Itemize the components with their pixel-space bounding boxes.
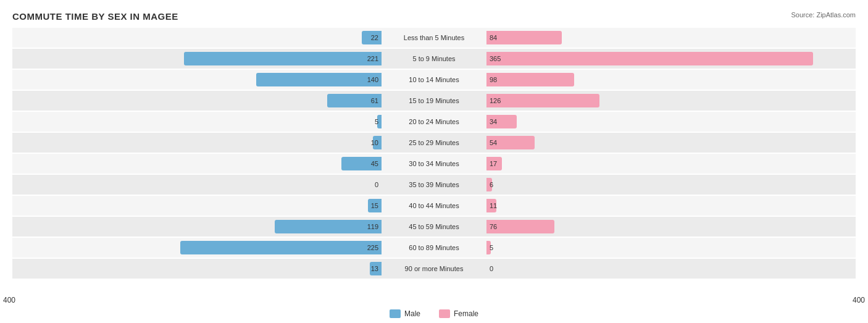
male-bar: [256, 73, 382, 86]
female-value: 34: [490, 118, 497, 125]
row-label: 15 to 19 Minutes: [409, 97, 459, 104]
axis-labels: 400 400: [0, 296, 868, 304]
female-value: 54: [490, 139, 497, 146]
male-value: 45: [371, 160, 378, 167]
legend-male-box: [390, 309, 401, 318]
legend-female: Female: [439, 309, 478, 318]
chart-row: Less than 5 Minutes2284: [12, 28, 856, 48]
female-value: 6: [490, 181, 493, 188]
female-value: 11: [490, 202, 497, 209]
male-value: 119: [367, 223, 378, 230]
legend-female-label: Female: [454, 309, 478, 318]
chart-row: 5 to 9 Minutes221365: [12, 49, 856, 69]
row-label: 45 to 59 Minutes: [409, 223, 459, 230]
row-label: 25 to 29 Minutes: [409, 139, 459, 146]
male-value: 61: [371, 97, 378, 104]
axis-right: 400: [853, 296, 865, 304]
chart-row: 40 to 44 Minutes1511: [12, 196, 856, 216]
legend: Male Female: [0, 309, 868, 318]
male-value: 15: [371, 202, 378, 209]
row-label: 40 to 44 Minutes: [409, 202, 459, 209]
chart-row: 90 or more Minutes130: [12, 259, 856, 279]
chart-row: 10 to 14 Minutes14098: [12, 70, 856, 90]
chart-row: 45 to 59 Minutes11976: [12, 217, 856, 237]
row-label: 60 to 89 Minutes: [409, 244, 459, 251]
row-label: 10 to 14 Minutes: [409, 76, 459, 83]
female-value: 0: [490, 265, 493, 272]
male-value: 225: [367, 244, 378, 251]
chart-row: 60 to 89 Minutes2255: [12, 238, 856, 258]
female-bar: [486, 94, 599, 107]
row-label: 20 to 24 Minutes: [409, 118, 459, 125]
chart-container: COMMUTE TIME BY SEX IN MAGEE Source: Zip…: [0, 0, 868, 323]
chart-row: 20 to 24 Minutes534: [12, 112, 856, 132]
chart-row: 30 to 34 Minutes4517: [12, 154, 856, 174]
male-bar: [275, 220, 382, 233]
female-value: 365: [490, 55, 501, 62]
row-label: Less than 5 Minutes: [404, 34, 464, 41]
male-value: 13: [371, 265, 378, 272]
female-value: 98: [490, 76, 497, 83]
female-value: 76: [490, 223, 497, 230]
male-value: 0: [375, 181, 378, 188]
female-value: 5: [490, 244, 493, 251]
male-value: 22: [371, 34, 378, 41]
male-value: 140: [367, 76, 378, 83]
source-label: Source: ZipAtlas.com: [791, 11, 856, 19]
female-bar: [486, 73, 574, 86]
bars-area: Less than 5 Minutes22845 to 9 Minutes221…: [12, 28, 856, 275]
female-value: 84: [490, 34, 497, 41]
male-value: 221: [367, 55, 378, 62]
female-value: 126: [490, 97, 501, 104]
male-bar: [180, 241, 382, 254]
male-value: 5: [375, 118, 378, 125]
male-bar: [184, 52, 382, 65]
axis-left: 400: [3, 296, 15, 304]
row-label: 90 or more Minutes: [405, 265, 464, 272]
row-label: 35 to 39 Minutes: [409, 181, 459, 188]
chart-row: 15 to 19 Minutes61126: [12, 91, 856, 111]
legend-male-label: Male: [404, 309, 420, 318]
row-label: 5 to 9 Minutes: [412, 55, 455, 62]
female-bar: [486, 52, 813, 65]
female-value: 17: [490, 160, 497, 167]
chart-row: 35 to 39 Minutes06: [12, 175, 856, 195]
row-label: 30 to 34 Minutes: [409, 160, 459, 167]
female-bar: [486, 31, 562, 44]
male-value: 10: [371, 139, 378, 146]
legend-male: Male: [390, 309, 420, 318]
legend-female-box: [439, 309, 450, 318]
chart-row: 25 to 29 Minutes1054: [12, 133, 856, 153]
chart-title: COMMUTE TIME BY SEX IN MAGEE: [12, 11, 856, 22]
